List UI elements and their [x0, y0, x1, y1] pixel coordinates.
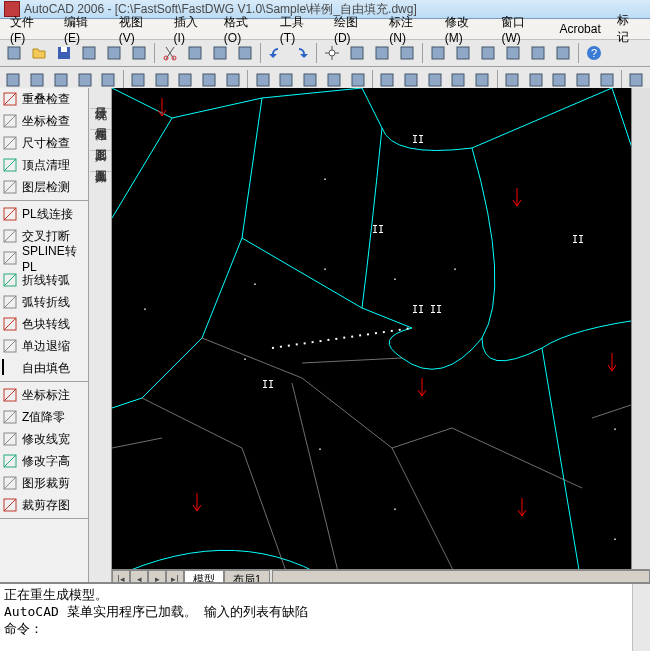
menu-标记[interactable]: 标记: [609, 10, 648, 48]
svg-rect-17: [482, 47, 494, 59]
plot-button[interactable]: [77, 41, 101, 65]
svg-rect-44: [530, 74, 542, 86]
zoom-prev-button[interactable]: [395, 41, 419, 65]
svg-rect-0: [8, 47, 20, 59]
paste-button[interactable]: [208, 41, 232, 65]
svg-point-6: [164, 56, 168, 60]
svg-rect-20: [557, 47, 569, 59]
zoom-win-button[interactable]: [370, 41, 394, 65]
svg-rect-47: [601, 74, 613, 86]
svg-rect-46: [577, 74, 589, 86]
svg-rect-43: [506, 74, 518, 86]
svg-rect-10: [239, 47, 251, 59]
copy-button[interactable]: [183, 41, 207, 65]
dcenter-button[interactable]: [451, 41, 475, 65]
svg-rect-23: [7, 74, 19, 86]
tool-label: 重叠检查: [22, 91, 70, 95]
pan-button[interactable]: [320, 41, 344, 65]
publish-button[interactable]: [127, 41, 151, 65]
svg-rect-33: [257, 74, 269, 86]
svg-rect-8: [189, 47, 201, 59]
svg-rect-36: [328, 74, 340, 86]
svg-rect-4: [108, 47, 120, 59]
props-button[interactable]: [426, 41, 450, 65]
left-tool-palette: 重叠检查坐标检查尺寸检查顶点清理图层检测PL线连接交叉打断SPLINE转PL折线…: [0, 88, 89, 94]
svg-rect-12: [351, 47, 363, 59]
svg-rect-49: [4, 93, 16, 94]
svg-point-11: [329, 50, 335, 56]
tool-pal-button[interactable]: [476, 41, 500, 65]
svg-rect-9: [214, 47, 226, 59]
svg-rect-30: [179, 74, 191, 86]
svg-rect-27: [102, 74, 114, 86]
preview-button[interactable]: [102, 41, 126, 65]
svg-rect-2: [61, 47, 67, 52]
svg-rect-42: [476, 74, 488, 86]
help-button[interactable]: ?: [582, 41, 606, 65]
tool-重叠检查[interactable]: 重叠检查: [0, 88, 88, 94]
svg-rect-37: [352, 74, 364, 86]
menu-acrobat[interactable]: Acrobat: [551, 20, 608, 38]
new-button[interactable]: [2, 41, 26, 65]
qcalc-button[interactable]: [551, 41, 575, 65]
svg-rect-15: [432, 47, 444, 59]
svg-rect-3: [83, 47, 95, 59]
drawing-svg: II · II · · · · II II II · · II · · · ·: [112, 88, 650, 94]
svg-rect-16: [457, 47, 469, 59]
vertical-scrollbar[interactable]: [631, 88, 650, 94]
save-button[interactable]: [52, 41, 76, 65]
svg-point-7: [172, 56, 176, 60]
svg-rect-40: [429, 74, 441, 86]
main-area: 重叠检查坐标检查尺寸检查顶点清理图层检测PL线连接交叉打断SPLINE转PL折线…: [0, 88, 650, 94]
match-button[interactable]: [233, 41, 257, 65]
open-button[interactable]: [27, 41, 51, 65]
svg-rect-34: [280, 74, 292, 86]
sheet-button[interactable]: [501, 41, 525, 65]
cut-button[interactable]: [158, 41, 182, 65]
drawing-canvas[interactable]: II · II · · · · II II II · · II · · · · …: [112, 88, 650, 94]
redo-button[interactable]: [289, 41, 313, 65]
tool-icon: [2, 91, 18, 94]
svg-rect-25: [55, 74, 67, 86]
svg-rect-5: [133, 47, 145, 59]
svg-rect-14: [401, 47, 413, 59]
svg-rect-35: [304, 74, 316, 86]
undo-button[interactable]: [264, 41, 288, 65]
svg-rect-32: [227, 74, 239, 86]
zoom-rt-button[interactable]: [345, 41, 369, 65]
markup-button[interactable]: [526, 41, 550, 65]
svg-rect-48: [630, 74, 642, 86]
svg-rect-19: [532, 47, 544, 59]
svg-rect-39: [405, 74, 417, 86]
menu-bar: 文件(F)编辑(E)视图(V)插入(I)格式(O)工具(T)绘图(D)标注(N)…: [0, 19, 650, 40]
svg-rect-28: [132, 74, 144, 86]
svg-rect-45: [553, 74, 565, 86]
svg-rect-18: [507, 47, 519, 59]
vtab-0[interactable]: 显示统计: [90, 88, 111, 94]
svg-rect-13: [376, 47, 388, 59]
svg-text:?: ?: [591, 47, 597, 59]
svg-rect-38: [381, 74, 393, 86]
svg-rect-29: [156, 74, 168, 86]
svg-rect-26: [79, 74, 91, 86]
toolbar-1: ?: [0, 40, 650, 67]
vertical-tab-strip: 显示统计属性布局图形工具图像工具: [89, 88, 112, 94]
svg-rect-24: [31, 74, 43, 86]
svg-rect-31: [203, 74, 215, 86]
svg-rect-41: [452, 74, 464, 86]
